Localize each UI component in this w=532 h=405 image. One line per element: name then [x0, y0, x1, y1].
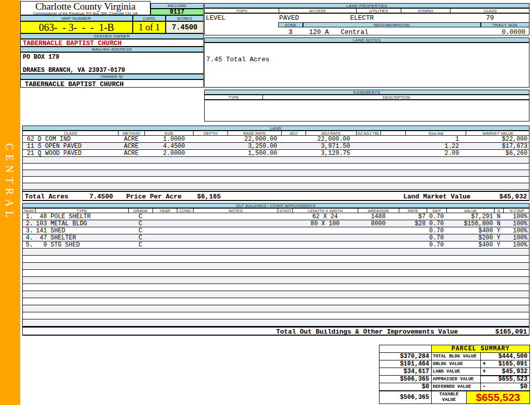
district-vertical-label: CENTRAL: [4, 143, 15, 222]
col-market-value: MARKET VALUE: [466, 131, 529, 135]
col-size: SIZE: [144, 131, 193, 135]
ob-dep: 0.70: [427, 221, 446, 227]
utilities-label: UTILITIES: [356, 9, 401, 13]
district-sidebar: CENTRAL: [0, 0, 20, 405]
col-area-size: AREA/SIZE: [358, 209, 399, 213]
ob-value: $7,291: [446, 214, 493, 220]
land-size: 2.0000: [144, 150, 185, 157]
out-building-row: 3. 141 SHED C 0.70 $400 Y 100%: [22, 227, 529, 234]
deeded-owner-value: TABERNACLE BAPTIST CHURCH: [23, 40, 122, 47]
topo-value: LEVEL: [206, 15, 225, 21]
map-number-label: MAP NUMBER: [20, 15, 133, 21]
col-type: TYPE: [35, 209, 128, 213]
summary-prior-value: $34,617: [379, 368, 432, 376]
utilities-value: ELECTR: [350, 15, 374, 21]
ob-value: $156,800: [446, 221, 493, 227]
col-s: S: [494, 209, 503, 213]
land-base-rate: 3,250.00: [227, 143, 277, 150]
summary-prior-taxable: $506,365: [379, 391, 432, 403]
out-buildings-section-label: OUT BUILDINGS / OTHER IMPROVEMENTS: [22, 203, 529, 208]
neighborhood-label: NEIGHBORHOOD: [303, 22, 481, 27]
summary-row-label: DEFERRED VALUE: [432, 383, 481, 391]
out-buildings-total-row: Total Out Buildings & Other Improvements…: [22, 327, 529, 336]
easements-header-row: TYPE DESCRIPTION: [204, 95, 529, 100]
ob-grade: C: [128, 214, 153, 220]
col-rate: RATE: [399, 209, 427, 213]
land-class: 21 Q WOOD PAVED: [27, 150, 82, 157]
land-notes-box: 7.45 Total Acres: [204, 43, 529, 88]
ob-grade: C: [128, 242, 153, 249]
ob-grade: C: [128, 235, 153, 241]
col-value: VALUE: [446, 209, 494, 213]
total-acres-label: Total Acres: [25, 193, 68, 200]
county-title: Charlotte County Virginia: [21, 2, 150, 12]
ob-type: 47 SHELTER: [36, 235, 76, 241]
card-label: CARD: [133, 15, 166, 21]
easements-label: EASEMENTS: [204, 90, 529, 95]
land-adj-rate: 3,129.75: [306, 150, 350, 157]
col-class: CLASS: [23, 131, 118, 135]
land-market-value: $22,000: [466, 136, 527, 143]
deeded-owner-box: TABERNACLE BAPTIST CHURCH: [20, 39, 204, 47]
land-note: 7.45 Total Acres: [206, 56, 270, 63]
zoning-label: ZONING: [401, 9, 450, 13]
summary-prior-value: $101,464: [379, 360, 432, 368]
ob-dep: 0.70: [427, 214, 446, 220]
summary-prior-value: $0: [379, 383, 432, 391]
summary-taxable-label: TAXABLE VALUE: [432, 391, 467, 403]
col-length-width: LENGTH X WIDTH: [292, 209, 358, 213]
ob-value: $400: [446, 242, 493, 249]
easement-description-label: DESCRIPTION: [262, 95, 529, 99]
land-market-value: $17,673: [466, 143, 527, 150]
col-pct-comp: % COMP: [503, 209, 529, 213]
col-sz-adj-tbl: SZ ADJ TBL: [356, 131, 381, 135]
record-value: 9117: [150, 9, 204, 15]
land-base-rate: 22,000.00: [227, 136, 277, 143]
land-empty-rows: [22, 157, 529, 191]
land-section-label: LAND: [22, 126, 529, 131]
mailing-address-box: PO BOX 179 DRAKES BRANCH, VA 23937-0179: [20, 52, 204, 74]
property-record-card: CENTRAL Charlotte County Virginia Commis…: [0, 0, 532, 405]
address-line2: DRAKES BRANCH, VA 23937-0179: [23, 67, 125, 74]
land-method: ACRE: [118, 143, 144, 150]
easements-body: [204, 100, 529, 122]
ob-grade: C: [128, 228, 153, 234]
land-adj-rate: 3,971.50: [306, 143, 350, 150]
out-buildings-total-value: $165,091: [468, 329, 527, 335]
land-totals-row: Total Acres 7.4500 Price Per Acre $6,165…: [22, 191, 529, 201]
out-buildings-empty-rows: [22, 249, 529, 327]
ob-rate: $7: [399, 214, 426, 220]
col-grade: GRADE: [128, 209, 153, 213]
col-num: NUM: [23, 209, 35, 213]
easement-type-label: TYPE: [205, 95, 262, 99]
owner-id-value: TABERNACLE BAPTIST CHURCH: [25, 81, 124, 88]
class-value: 79: [450, 15, 529, 21]
ob-value: $400: [446, 228, 493, 234]
summary-row-label: OBLDG VALUE: [432, 360, 481, 368]
col-notes: NOTES: [193, 209, 278, 213]
neighborhood-value: 120 A Central: [309, 29, 368, 35]
ob-pct-comp: 100%: [501, 228, 527, 234]
ob-pct-comp: 100%: [501, 214, 527, 220]
col-base-rate: BASE RATE: [227, 131, 281, 135]
parcel-summary: PARCEL SUMMARY $370,284 TOTAL BLDG VALUE…: [379, 345, 530, 404]
land-properties-header-row: TOPO ACCESS UTILITIES ZONING CLASS: [204, 8, 529, 13]
ob-dep: 0.70: [427, 242, 446, 249]
ob-type: 9 STG SHED: [36, 242, 80, 249]
topo-label: TOPO: [205, 9, 279, 13]
ob-type: 103 METAL BLDG: [36, 221, 87, 227]
summary-row-operator: +: [482, 361, 486, 368]
ob-dep: 0.70: [427, 228, 446, 234]
county-subtitle: Commissioner of the Revenue, PO Box 308,…: [21, 12, 150, 15]
summary-row-value: $0: [481, 383, 529, 391]
summary-row-label: APPRAISED VALUE: [432, 376, 481, 383]
land-size: 1.0000: [144, 136, 185, 143]
land-method: ACRE: [118, 150, 144, 157]
land-properties-label: LAND PROPERTIES: [204, 3, 529, 8]
access-value: PAVED: [279, 15, 299, 21]
summary-prior-header-cell: [379, 345, 432, 353]
ob-dep: 0.70: [427, 235, 446, 241]
ob-area-size: 1488: [358, 214, 399, 220]
summary-taxable-value: $655,523: [467, 391, 529, 403]
total-acres-value: 7.4500: [83, 193, 113, 200]
